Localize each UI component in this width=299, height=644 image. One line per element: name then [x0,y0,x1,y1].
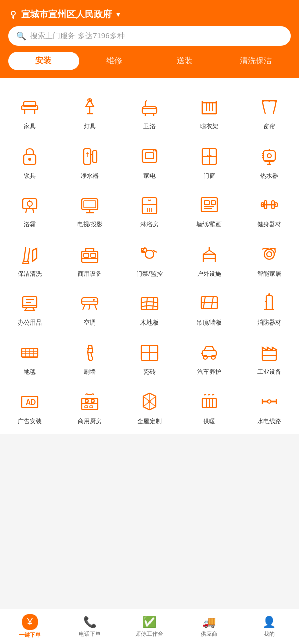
kitchen-icon [77,388,103,415]
category-label: 门窗 [203,172,215,180]
category-label: 家电 [143,172,156,180]
category-item-doorwindow[interactable]: 门窗 [179,136,239,185]
fire-icon [256,290,282,316]
nav-phone-label: 电话下单 [79,630,101,638]
category-item-adinstall[interactable]: 广告安装 [0,381,60,431]
tabs-bar: 安装 维修 送装 清洗保洁 [0,52,299,78]
category-item-bathroom[interactable]: 卫浴 [120,87,180,136]
category-item-ceiling[interactable]: 吊顶/墙板 [179,283,239,332]
category-item-heating[interactable]: 供暖 [179,381,239,431]
category-item-industrial[interactable]: 工业设备 [239,332,299,381]
category-label: 水电线路 [257,418,281,426]
nav-order[interactable]: ¥ 一键下单 [0,609,60,644]
nav-workbench-label: 师傅工作台 [135,630,163,638]
profile-icon: 👤 [262,616,276,629]
nav-order-label: 一键下单 [19,631,41,639]
category-label: 汽车养护 [197,368,221,376]
category-item-fire[interactable]: 消防器材 [239,283,299,332]
lock-icon [17,143,43,169]
commercial-icon [77,241,103,267]
category-item-appliance[interactable]: 家电 [120,136,180,185]
category-label: 广告安装 [18,418,42,426]
category-item-wallpaper[interactable]: 墙纸/壁画 [179,185,239,234]
category-label: 灯具 [84,123,96,131]
office-icon [17,290,43,316]
category-label: 吊顶/墙板 [196,319,222,327]
category-label: 淋浴房 [140,221,159,229]
category-label: 全屋定制 [137,418,162,426]
category-item-plumbing[interactable]: 水电线路 [239,381,299,431]
outdoor-icon [196,241,222,267]
cleaning-icon [17,241,43,267]
svg-point-141 [11,11,15,15]
tab-cleaning[interactable]: 清洗保洁 [220,52,291,70]
category-item-waterheater[interactable]: 热水器 [239,136,299,185]
category-item-lamp[interactable]: 灯具 [60,87,120,136]
tab-install[interactable]: 安装 [8,52,79,70]
category-label: 卫浴 [143,123,156,131]
tile-icon [136,339,163,365]
category-label: 商用设备 [78,270,102,278]
category-item-curtain[interactable]: 窗帘 [239,87,299,136]
category-item-paint[interactable]: 刷墙 [60,332,120,381]
category-item-smarthome[interactable]: 智能家居 [239,234,299,283]
category-label: 智能家居 [257,270,281,278]
category-item-tile[interactable]: 瓷砖 [120,332,180,381]
category-item-office[interactable]: 办公用品 [0,283,60,332]
category-item-tv[interactable]: 电视/投影 [60,185,120,234]
smarthome-icon [256,241,282,267]
category-item-outdoor[interactable]: 户外设施 [179,234,239,283]
category-label: 供暖 [203,418,215,426]
category-item-carpet[interactable]: 地毯 [0,332,60,381]
carcare-icon [196,339,222,365]
location-bar[interactable]: 宣城市宣州区人民政府 ▼ [8,8,291,20]
bottom-nav: ¥ 一键下单 📞 电话下单 ✅ 师傅工作台 🚚 供应商 👤 我的 [0,609,299,644]
nav-workbench[interactable]: ✅ 师傅工作台 [120,609,180,644]
category-item-kitchen[interactable]: 商用厨房 [60,381,120,431]
category-label: 净水器 [81,172,99,180]
category-label: 户外设施 [197,270,221,278]
category-item-cleaning[interactable]: 保洁清洗 [0,234,60,283]
tab-repair[interactable]: 维修 [79,52,150,70]
aircon-icon [77,290,103,316]
nav-supplier[interactable]: 🚚 供应商 [179,609,239,644]
category-label: 商用厨房 [78,418,102,426]
chevron-down-icon: ▼ [115,10,122,18]
category-item-furniture[interactable]: 家具 [0,87,60,136]
category-label: 地毯 [24,368,36,376]
search-bar[interactable]: 🔍 搜索上门服务 多达7196多种 [8,26,291,46]
shower-icon [136,192,163,218]
tab-delivery[interactable]: 送装 [150,52,220,70]
wallpaper-icon [196,192,222,218]
category-item-security[interactable]: 门禁/监控 [120,234,180,283]
category-label: 工业设备 [257,368,281,376]
category-item-floor[interactable]: 木地板 [120,283,180,332]
category-item-custom[interactable]: 全屋定制 [120,381,180,431]
nav-phone[interactable]: 📞 电话下单 [60,609,120,644]
category-item-waterfilter[interactable]: 净水器 [60,136,120,185]
category-item-commercial[interactable]: 商用设备 [60,234,120,283]
curtain-icon [256,94,282,120]
category-item-aircon[interactable]: 空调 [60,283,120,332]
category-label: 刷墙 [84,368,96,376]
doorwindow-icon [196,143,222,169]
category-item-shower[interactable]: 淋浴房 [120,185,180,234]
category-item-fitness[interactable]: 健身器材 [239,185,299,234]
header: 宣城市宣州区人民政府 ▼ 🔍 搜索上门服务 多达7196多种 [0,0,299,52]
nav-profile-label: 我的 [264,630,275,638]
custom-icon [136,388,163,415]
category-item-bathfan[interactable]: 浴霸 [0,185,60,234]
category-grid: 家具灯具卫浴晾衣架窗帘锁具净水器家电门窗热水器浴霸电视/投影淋浴房墙纸/壁画健身… [0,87,299,430]
category-item-lock[interactable]: 锁具 [0,136,60,185]
search-icon: 🔍 [16,31,26,41]
category-item-clothesrack[interactable]: 晾衣架 [179,87,239,136]
plumbing-icon [256,388,282,415]
supplier-icon: 🚚 [202,616,216,629]
tv-icon [77,192,103,218]
ceiling-icon [196,290,222,316]
paint-icon [77,339,103,365]
category-item-carcare[interactable]: 汽车养护 [179,332,239,381]
clothesrack-icon [196,94,222,120]
lamp-icon [77,94,103,120]
nav-profile[interactable]: 👤 我的 [239,609,299,644]
